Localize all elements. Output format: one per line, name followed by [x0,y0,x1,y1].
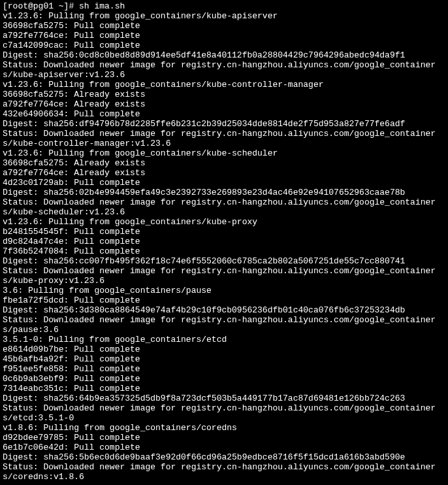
terminal-line: Status: Downloaded newer image for regis… [3,315,445,335]
terminal-line: f951ee5fe858: Pull complete [3,364,445,374]
terminal-line: 7314eabc351c: Pull complete [3,384,445,393]
terminal-output[interactable]: [root@pg01 ~]# sh ima.shv1.23.6: Pulling… [0,0,448,483]
terminal-line: Digest: sha256:02b4e994459efa49c3e239273… [3,188,445,197]
terminal-line: fbe1a72f5dcd: Pull complete [3,295,445,305]
terminal-line: 36698cfa5275: Pull complete [3,21,445,31]
terminal-line: c7a142099cac: Pull complete [3,41,445,50]
terminal-line: 7f36b5247084: Pull complete [3,246,445,256]
terminal-line: b2481554545f: Pull complete [3,227,445,237]
terminal-line: Digest: sha256:64b9ea357325d5db9f8a723dc… [3,393,445,403]
terminal-line: d92bdee79785: Pull complete [3,433,445,443]
terminal-line: a792fe7764ce: Already exists [3,99,445,109]
terminal-line: [root@pg01 ~]# sh ima.sh [3,1,445,11]
terminal-line: 432e64906634: Pull complete [3,109,445,119]
terminal-line: Status: Downloaded newer image for regis… [3,60,445,80]
terminal-line: Digest: sha256:cc007fb495f362f18c74e6f55… [3,256,445,266]
terminal-line: 0c6b9ab3ebf9: Pull complete [3,374,445,384]
terminal-line: 36698cfa5275: Already exists [3,90,445,99]
terminal-line: Status: Downloaded newer image for regis… [3,266,445,286]
terminal-line: Status: Downloaded newer image for regis… [3,462,445,482]
terminal-line: a792fe7764ce: Pull complete [3,31,445,41]
terminal-line: Status: Downloaded newer image for regis… [3,403,445,423]
terminal-line: 4d23c01729ab: Pull complete [3,178,445,188]
terminal-line: v1.8.6: Pulling from google_containers/c… [3,423,445,433]
terminal-line: v1.23.6: Pulling from google_containers/… [3,148,445,158]
terminal-line: d9c824a47c4e: Pull complete [3,237,445,246]
terminal-line: 6e1b7c06e42d: Pull complete [3,443,445,452]
terminal-line: v1.23.6: Pulling from google_containers/… [3,80,445,90]
terminal-line: Digest: sha256:3d380ca8864549e74af4b29c1… [3,305,445,315]
terminal-line: 3.6: Pulling from google_containers/paus… [3,286,445,295]
terminal-line: v1.23.6: Pulling from google_containers/… [3,11,445,21]
terminal-line: Digest: sha256:0cd8c0bed8d89d914ee5df41e… [3,50,445,60]
terminal-line: 45b6afb4a92f: Pull complete [3,354,445,364]
terminal-line: 3.5.1-0: Pulling from google_containers/… [3,335,445,344]
terminal-line: a792fe7764ce: Already exists [3,168,445,178]
terminal-line: e8614d09b7be: Pull complete [3,344,445,354]
terminal-line: Digest: sha256:5b6ec0d6de9baaf3e92d0f66c… [3,452,445,462]
terminal-line: Digest: sha256:df94796b78d2285ffe6b231c2… [3,119,445,129]
terminal-line: 36698cfa5275: Already exists [3,158,445,168]
terminal-line: Status: Downloaded newer image for regis… [3,197,445,217]
terminal-line: Status: Downloaded newer image for regis… [3,129,445,148]
terminal-line: v1.23.6: Pulling from google_containers/… [3,217,445,227]
